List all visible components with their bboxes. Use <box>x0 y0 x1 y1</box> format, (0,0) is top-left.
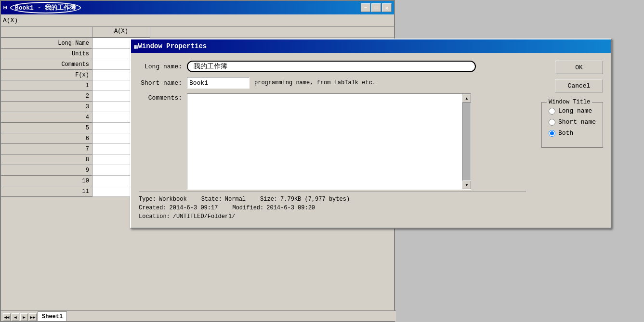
radio-short-name-row: Short name <box>549 118 596 126</box>
long-name-row: Long name: <box>139 61 526 72</box>
spreadsheet-title: Book1 - 我的工作簿 <box>10 2 81 13</box>
row-label-7: 7 <box>1 144 92 155</box>
state-value: Normal <box>225 196 246 203</box>
formula-bar: A(X) <box>1 14 394 27</box>
radio-both-row: Both <box>549 129 596 137</box>
modified-label: Modified: <box>232 205 263 211</box>
minimize-button[interactable]: − <box>361 3 370 12</box>
sheet-tab-sheet1[interactable]: Sheet1 <box>38 311 67 321</box>
size-info: Size: 7.79KB (7,977 bytes) <box>260 196 350 203</box>
dialog-content-area: Long name: Short name: programming name,… <box>139 61 603 222</box>
long-name-oval <box>187 61 476 72</box>
row-label-9: 9 <box>1 165 92 176</box>
info-section: Type: Workbook State: Normal Size: 7.79K… <box>139 192 526 220</box>
row-label-11: 11 <box>1 186 92 197</box>
row-label-comments: Comments <box>1 59 92 70</box>
titlebar-left: ⊞ Book1 - 我的工作簿 <box>3 2 81 13</box>
radio-short-name-label: Short name <box>558 118 596 126</box>
modified-value: 2014-6-3 09:20 <box>266 205 315 211</box>
dialog-title: Window Properties <box>138 42 207 50</box>
row-label-8: 8 <box>1 155 92 165</box>
sheet-nav-last[interactable]: ▶▶ <box>29 313 37 321</box>
cell-reference: A(X) <box>3 17 18 24</box>
window-properties-dialog: ▦ Window Properties Long name: Short nam… <box>130 39 612 229</box>
column-headers: A(X) <box>1 27 394 38</box>
short-name-input[interactable] <box>187 77 250 89</box>
window-title-group: Window Title Long name Short name Both <box>541 102 603 148</box>
state-info: State: Normal <box>201 196 246 203</box>
cancel-button[interactable]: Cancel <box>555 79 603 92</box>
comments-textarea[interactable] <box>187 94 462 189</box>
dialog-side-panel: OK Cancel Window Title Long name Short n… <box>531 61 603 222</box>
row-label-fx: F(x) <box>1 70 92 80</box>
corner-cell <box>1 27 92 38</box>
scroll-track[interactable] <box>462 103 471 180</box>
type-label: Type: <box>139 196 156 203</box>
row-label-4: 4 <box>1 112 92 123</box>
row-label-3: 3 <box>1 102 92 112</box>
row-label-longname: Long Name <box>1 38 92 49</box>
row-label-2: 2 <box>1 91 92 102</box>
row-label-6: 6 <box>1 133 92 144</box>
titlebar-buttons: − □ ✕ <box>361 3 392 12</box>
radio-both[interactable] <box>549 130 555 137</box>
sheet-nav-next[interactable]: ▶ <box>20 313 28 321</box>
scroll-up-button[interactable]: ▲ <box>462 94 471 103</box>
maximize-button[interactable]: □ <box>371 3 381 12</box>
row-label-5: 5 <box>1 123 92 133</box>
sheet-nav-first[interactable]: ◀◀ <box>3 313 11 321</box>
window-title-legend: Window Title <box>547 99 592 105</box>
row-label-units: Units <box>1 49 92 59</box>
location-info: Location: /UNTITLED/Folder1/ <box>139 213 235 220</box>
location-value: /UNTITLED/Folder1/ <box>173 213 236 220</box>
spreadsheet-title-icon: ⊞ <box>3 4 7 12</box>
comments-scrollbar: ▲ ▼ <box>462 94 471 189</box>
ok-button[interactable]: OK <box>555 61 603 74</box>
short-name-description: programming name, from LabTalk etc. <box>254 79 376 86</box>
long-name-label: Long name: <box>139 63 182 70</box>
type-value: Workbook <box>159 196 187 203</box>
dialog-main: Long name: Short name: programming name,… <box>139 61 526 222</box>
radio-long-name[interactable] <box>549 108 555 115</box>
row-label-1: 1 <box>1 80 92 91</box>
dialog-body: Long name: Short name: programming name,… <box>131 53 611 228</box>
row-label-10: 10 <box>1 176 92 186</box>
comments-label: Comments: <box>139 93 182 102</box>
sheet-tabs: ◀◀ ◀ ▶ ▶▶ Sheet1 <box>1 310 396 321</box>
created-label: Created: <box>139 205 167 211</box>
type-info: Type: Workbook <box>139 196 187 203</box>
short-name-row: Short name: programming name, from LabTa… <box>139 77 526 89</box>
radio-both-label: Both <box>558 129 573 137</box>
size-label: Size: <box>260 196 277 203</box>
created-info: Created: 2014-6-3 09:17 <box>139 205 218 211</box>
comments-wrapper: ▲ ▼ <box>187 93 471 190</box>
radio-long-name-label: Long name <box>558 107 592 115</box>
dialog-titlebar: ▦ Window Properties <box>131 39 611 53</box>
comments-row: Comments: ▲ ▼ <box>139 93 526 190</box>
location-label: Location: <box>139 213 170 220</box>
scroll-down-button[interactable]: ▼ <box>462 180 471 189</box>
size-value: 7.79KB (7,977 bytes) <box>280 196 350 203</box>
col-header-a: A(X) <box>92 27 150 38</box>
dialog-title-icon: ▦ <box>134 42 138 51</box>
long-name-input[interactable] <box>194 63 469 70</box>
info-row-2: Created: 2014-6-3 09:17 Modified: 2014-6… <box>139 205 526 211</box>
modified-info: Modified: 2014-6-3 09:20 <box>232 205 315 211</box>
close-button[interactable]: ✕ <box>382 3 392 12</box>
sheet-nav-prev[interactable]: ◀ <box>12 313 19 321</box>
radio-short-name[interactable] <box>549 119 555 126</box>
info-row-1: Type: Workbook State: Normal Size: 7.79K… <box>139 196 526 203</box>
radio-long-name-row: Long name <box>549 107 596 115</box>
spreadsheet-titlebar: ⊞ Book1 - 我的工作簿 − □ ✕ <box>1 1 394 14</box>
short-name-label: Short name: <box>139 79 182 87</box>
state-label: State: <box>201 196 222 203</box>
info-row-3: Location: /UNTITLED/Folder1/ <box>139 213 526 220</box>
created-value: 2014-6-3 09:17 <box>170 205 218 211</box>
